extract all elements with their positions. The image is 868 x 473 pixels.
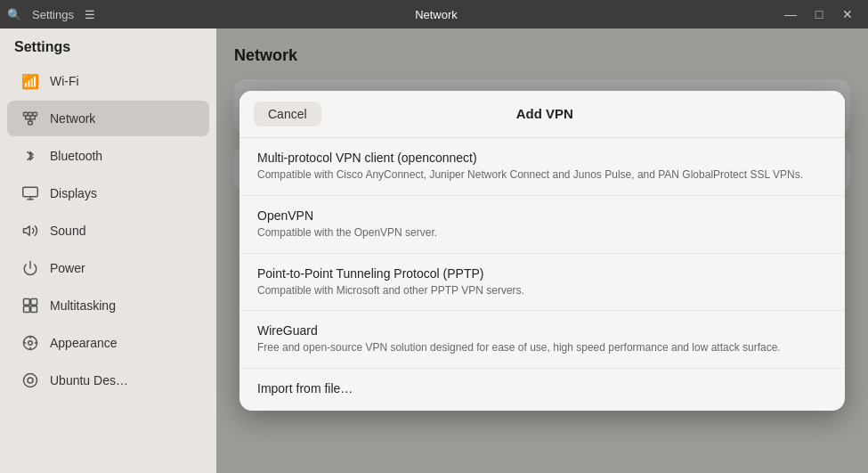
multitasking-icon (21, 297, 39, 314)
svg-point-18 (28, 341, 33, 346)
sidebar-item-network[interactable]: Network (7, 101, 209, 136)
dialog-item-title-pptp: Point-to-Point Tunneling Protocol (PPTP) (257, 266, 827, 281)
wifi-icon: 📶 (21, 72, 39, 90)
dialog-header: Cancel Add VPN (239, 91, 845, 138)
dialog-item-desc-wireguard: Free and open-source VPN solution design… (257, 340, 827, 355)
dialog-overlay: Cancel Add VPN Multi-protocol VPN client… (216, 29, 868, 473)
svg-marker-11 (24, 226, 30, 236)
sidebar-label-sound: Sound (50, 224, 85, 238)
maximize-button[interactable]: □ (806, 4, 832, 25)
sidebar-item-sound[interactable]: Sound (7, 213, 209, 249)
sound-icon (21, 222, 39, 240)
window-controls: — □ ✕ (777, 4, 861, 25)
sidebar-item-bluetooth[interactable]: Bluetooth (7, 138, 209, 174)
sidebar-item-wifi[interactable]: 📶 Wi-Fi (7, 63, 209, 99)
minimize-button[interactable]: — (777, 4, 804, 25)
dialog-title: Add VPN (516, 106, 573, 121)
svg-rect-15 (24, 306, 30, 313)
dialog-item-import[interactable]: Import from file… (239, 369, 845, 411)
sidebar-item-appearance[interactable]: Appearance (7, 325, 209, 361)
power-icon (21, 259, 39, 277)
sidebar-item-multitasking[interactable]: Multitasking (7, 288, 209, 323)
window-title: Network (415, 8, 458, 21)
dialog-item-title-wireguard: WireGuard (257, 323, 827, 338)
add-vpn-dialog: Cancel Add VPN Multi-protocol VPN client… (239, 91, 845, 411)
svg-rect-14 (31, 299, 37, 306)
svg-point-24 (28, 378, 33, 383)
dialog-item-openvpn[interactable]: OpenVPNCompatible with the OpenVPN serve… (239, 196, 845, 254)
ubuntu-icon (21, 371, 39, 389)
svg-rect-16 (31, 306, 37, 313)
sidebar-item-ubuntu[interactable]: Ubuntu Des… (7, 363, 209, 398)
content-area: Network VPN + Off › Cancel Add VPN (216, 29, 868, 473)
dialog-item-wireguard[interactable]: WireGuardFree and open-source VPN soluti… (239, 311, 845, 369)
dialog-item-desc-openconnect: Compatible with Cisco AnyConnect, Junipe… (257, 167, 827, 183)
displays-icon (21, 184, 39, 202)
dialog-cancel-button[interactable]: Cancel (254, 102, 321, 126)
sidebar-item-power[interactable]: Power (7, 250, 209, 286)
svg-rect-13 (24, 299, 30, 306)
sidebar-label-bluetooth: Bluetooth (50, 149, 102, 163)
sidebar-title: Settings (14, 39, 70, 55)
dialog-item-desc-pptp: Compatible with Microsoft and other PPTP… (257, 283, 827, 298)
dialog-item-pptp[interactable]: Point-to-Point Tunneling Protocol (PPTP)… (239, 254, 845, 312)
dialog-body: Multi-protocol VPN client (openconnect)C… (239, 138, 845, 411)
app-title: Settings (32, 8, 74, 21)
dialog-item-desc-openvpn: Compatible with the OpenVPN server. (257, 225, 827, 241)
dialog-item-title-import: Import from file… (257, 381, 827, 396)
sidebar-label-ubuntu: Ubuntu Des… (50, 373, 128, 387)
appearance-icon (21, 334, 39, 352)
sidebar-label-appearance: Appearance (50, 336, 118, 350)
svg-rect-8 (23, 187, 38, 197)
close-button[interactable]: ✕ (834, 4, 861, 25)
sidebar-label-network: Network (50, 111, 95, 126)
dialog-item-title-openvpn: OpenVPN (257, 208, 827, 223)
network-icon (21, 110, 39, 127)
sidebar-header: Settings (0, 29, 216, 62)
sidebar-label-multitasking: Multitasking (50, 298, 116, 313)
main-layout: Settings 📶 Wi-Fi Network (0, 29, 868, 473)
search-icon[interactable]: 🔍 (7, 8, 21, 21)
sidebar-item-displays[interactable]: Displays (7, 175, 209, 211)
sidebar-label-displays: Displays (50, 186, 97, 200)
menu-icon[interactable]: ☰ (85, 8, 95, 21)
sidebar-label-power: Power (50, 261, 85, 275)
svg-point-23 (24, 374, 37, 387)
bluetooth-icon (21, 147, 39, 165)
title-bar: 🔍 Settings ☰ Network — □ ✕ (0, 0, 868, 29)
sidebar-label-wifi: Wi-Fi (50, 74, 79, 88)
title-bar-left: 🔍 Settings ☰ (7, 8, 95, 21)
sidebar: Settings 📶 Wi-Fi Network (0, 29, 216, 473)
dialog-item-title-openconnect: Multi-protocol VPN client (openconnect) (257, 151, 827, 165)
dialog-item-openconnect[interactable]: Multi-protocol VPN client (openconnect)C… (239, 138, 845, 196)
